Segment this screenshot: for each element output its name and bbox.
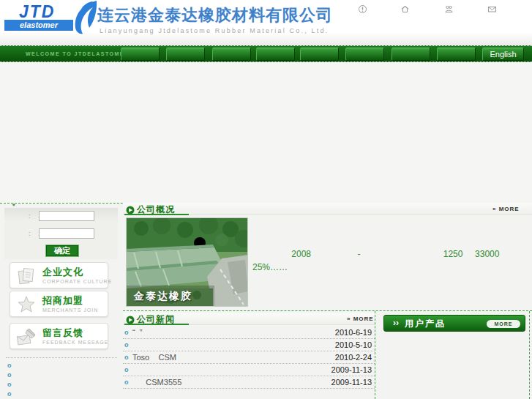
nav-button-7[interactable] [391,48,430,61]
news-section-header: 公司新闻 » MORE [123,313,375,325]
bullet-icon: o [124,329,129,336]
news-item-date: 2010-2-24 [335,353,372,362]
products-panel-header: ›› 用户产品 MORE [383,315,525,332]
news-item-title: CSM3555 [132,378,181,387]
sidebar-item-subtitle: FEEDBACK MESSAGE [42,340,108,345]
sidebar-item-title: 招商加盟 [42,294,83,307]
nav-button-2[interactable] [166,48,205,61]
news-item[interactable]: o CSM3555 2009-11-13 [123,376,375,389]
overview-more-link[interactable]: » MORE [492,206,520,212]
nav-button-3[interactable] [212,48,251,61]
bullet-icon: o [124,379,129,386]
home-icon[interactable] [400,4,410,13]
sidebar-bullet-link-3[interactable]: o [7,381,12,388]
nav-button-5[interactable] [300,48,339,61]
overview-paragraph: 2008 - 1250 33000 25%…… [252,247,525,274]
bullet-icon: o [124,354,129,361]
nav-button-english[interactable]: English [482,48,524,61]
logo-elastomer-bar: elastomer [4,20,73,31]
products-title: 用户产品 [405,318,446,330]
sidebar-bullet-link-2[interactable]: o [7,371,12,379]
bullet-icon: o [124,366,129,373]
site-header: JTD elastomer 连云港金泰达橡胶材料有限公司 Lianyungang… [0,0,532,45]
nav-button-8[interactable] [437,48,476,61]
welcome-text: WELCOME TO JTDELASTOMER [26,46,130,61]
sidebar-item-corporate-culture[interactable]: 企业文化 CORPORATE CULTURE [10,262,108,288]
news-item[interactable]: o 2010-5-10 [123,339,375,351]
divider-dashed-mid [123,310,532,311]
news-item-title: “ ” [132,328,142,337]
page: JTD elastomer 连云港金泰达橡胶材料有限公司 Lianyungang… [0,0,532,399]
login-label-2: : [29,230,31,237]
news-more-link[interactable]: » MORE [347,316,374,322]
nav-button-4[interactable] [256,48,295,61]
news-item-date: 2009-11-13 [331,365,372,374]
document-icon [16,266,37,289]
chevrons-icon: ›› [393,318,399,328]
news-underline [124,324,189,325]
login-field-1[interactable] [39,211,94,221]
news-item-date: 2010-5-10 [335,340,372,349]
sidebar-bullet-link-4[interactable]: o [7,390,12,398]
divider-dashed-vertical-right [529,311,530,399]
logo-swoosh-icon [70,0,100,38]
envelope-pen-icon [16,327,37,350]
news-item-date: 2009-11-13 [331,378,372,387]
login-label-1: : [29,212,31,220]
contacts-icon[interactable] [444,4,454,13]
login-submit-button[interactable]: 确定 [46,245,78,256]
logo-jtd-text: JTD [19,2,55,22]
factory-photo-caption: 金泰达橡胶 [134,290,192,303]
news-item[interactable]: o 2009-11-13 [123,364,375,376]
bullet-icon: o [124,341,129,348]
info-icon[interactable] [358,4,367,13]
mail-icon[interactable] [487,4,497,13]
section-arrow-icon [126,204,135,217]
company-name-en: Lianyungang Jtdelastome Rubber Material … [100,27,329,34]
sidebar-item-subtitle: CORPORATE CULTURE [42,279,112,284]
nav-button-6[interactable] [345,48,384,61]
sidebar-bullet-link-1[interactable]: o [7,362,12,369]
section-arrow-icon [126,314,135,327]
overview-underline [124,214,189,215]
nav-button-1[interactable] [121,48,160,61]
sidebar-item-subtitle: MERCHANTS JOIN [42,307,98,313]
news-item[interactable]: o “ ” 2010-6-19 [123,327,375,339]
news-item[interactable]: o Toso CSM 2010-2-24 [123,351,375,364]
sidebar-item-merchants-join[interactable]: 招商加盟 MERCHANTS JOIN [10,291,108,317]
main-nav: WELCOME TO JTDELASTOMER English [0,45,532,62]
star-icon [16,294,37,318]
login-box: : : 确定 [4,208,118,259]
products-more-button[interactable]: MORE [487,320,520,328]
sidebar-item-title: 企业文化 [42,266,83,279]
sidebar-item-feedback[interactable]: 留言反馈 FEEDBACK MESSAGE [10,323,108,349]
sidebar-item-title: 留言反馈 [42,327,83,340]
sidebar-dotted-divider [6,357,117,358]
banner-placeholder [0,63,532,203]
overview-section-header: 公司概况 » MORE [123,203,532,215]
divider-dashed-vertical-left [375,311,375,399]
login-field-2[interactable] [39,228,94,239]
news-item-title: Toso CSM [132,353,176,362]
news-item-date: 2010-6-19 [335,328,372,337]
company-name-zh: 连云港金泰达橡胶材料有限公司 [97,4,333,26]
